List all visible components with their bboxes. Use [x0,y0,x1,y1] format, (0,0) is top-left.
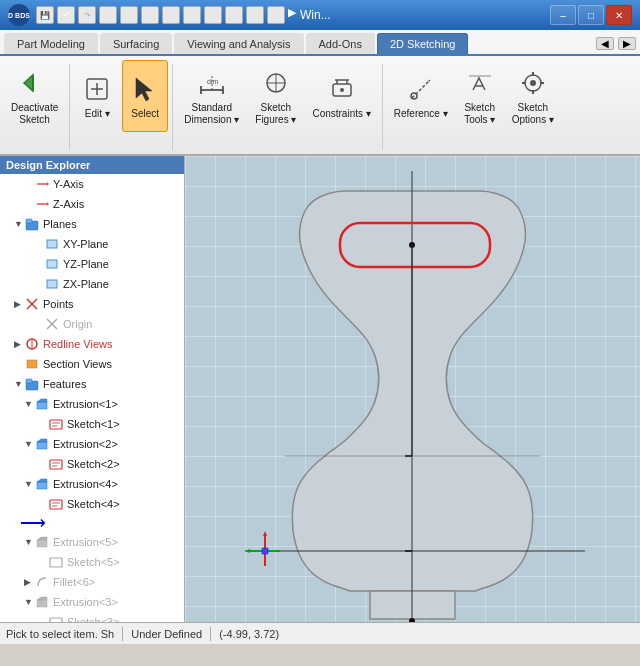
fillet-icon [34,574,50,590]
save-button[interactable]: 💾 [36,6,54,24]
current-position-indicator: ⟶ [0,514,184,532]
standard-dimension-button[interactable]: dim StandardDimension ▾ [177,60,246,132]
svg-rect-35 [47,240,57,248]
close-button[interactable]: ✕ [606,5,632,25]
redo-button[interactable]: ↷ [78,6,96,24]
sketch-options-button[interactable]: SketchOptions ▾ [505,60,561,132]
tree-item-yaxis[interactable]: Y-Axis [0,174,184,194]
canvas-viewport[interactable] [185,156,640,622]
tree-item-extrusion3[interactable]: ▼ Extrusion<3> [0,592,184,612]
tree-item-fillet6[interactable]: ▶ Fillet<6> [0,572,184,592]
toolbar-icon-2 [120,6,138,24]
maximize-button[interactable]: □ [578,5,604,25]
tree-item-extrusion5[interactable]: ▼ Extrusion<5> [0,532,184,552]
sketch-tools-button[interactable]: SketchTools ▾ [457,60,503,132]
tree-label: Sketch<5> [67,556,120,568]
tab-left-button[interactable]: ◀ [596,37,614,50]
deactivate-label: DeactivateSketch [11,102,58,126]
tree-item-sketch4[interactable]: Sketch<4> [0,494,184,514]
sketch-shape [185,161,640,622]
svg-point-17 [340,88,344,92]
svg-point-24 [530,80,536,86]
dimension-icon: dim [196,67,228,99]
tree-item-sketch2[interactable]: Sketch<2> [0,454,184,474]
status-bar: Pick to select item. Sh Under Defined (-… [0,622,640,644]
tree-item-extrusion4[interactable]: ▼ Extrusion<4> [0,474,184,494]
svg-marker-63 [37,537,47,540]
tree-label: Y-Axis [53,178,84,190]
tab-sketching[interactable]: 2D Sketching [377,33,468,54]
tree-item-features[interactable]: ▼ Features [0,374,184,394]
tree-item-yzplane[interactable]: YZ-Plane [0,254,184,274]
tab-viewing[interactable]: Viewing and Analysis [174,33,303,54]
expand-icon [34,279,44,289]
svg-marker-4 [136,78,152,101]
tree-label: Sketch<4> [67,498,120,510]
status-message: Pick to select item. Sh [6,628,114,640]
extrusion-icon [34,534,50,550]
sidebar-tree: Y-Axis Z-Axis ▼ [0,174,184,622]
extrusion-icon [34,436,50,452]
svg-rect-83 [262,548,268,554]
svg-rect-54 [50,460,62,469]
tree-item-sketch1[interactable]: Sketch<1> [0,414,184,434]
tree-label: Points [43,298,74,310]
select-button[interactable]: Select [122,60,168,132]
svg-line-18 [412,80,430,98]
tree-item-redline[interactable]: ▶ Redline Views [0,334,184,354]
tree-label: Origin [63,318,92,330]
svg-rect-37 [47,280,57,288]
tree-item-points[interactable]: ▶ Points [0,294,184,314]
toolbar-icon-9 [267,6,285,24]
tab-part-modeling[interactable]: Part Modeling [4,33,98,54]
dimension-label: StandardDimension ▾ [184,102,239,126]
svg-rect-46 [26,379,32,383]
expand-icon: ▼ [24,597,34,607]
tree-label: ZX-Plane [63,278,109,290]
toolbar-icon-5 [183,6,201,24]
svg-rect-52 [37,442,47,449]
svg-rect-49 [50,420,62,429]
expand-icon: ▼ [24,479,34,489]
tree-item-sketch5[interactable]: Sketch<5> [0,552,184,572]
reference-button[interactable]: Reference ▾ [387,60,455,132]
extrusion-icon [34,476,50,492]
svg-rect-59 [50,500,62,509]
tree-label: Sketch<3> [67,616,120,622]
tree-label: Planes [43,218,77,230]
tree-item-section[interactable]: Section Views [0,354,184,374]
svg-rect-47 [37,402,47,409]
reference-label: Reference ▾ [394,108,448,120]
tree-item-extrusion1[interactable]: ▼ Extrusion<1> [0,394,184,414]
deactivate-icon [19,67,51,99]
tree-item-xyplane[interactable]: XY-Plane [0,234,184,254]
tree-label: Sketch<1> [67,418,120,430]
sketch-icon [48,456,64,472]
svg-rect-36 [47,260,57,268]
tree-item-zxplane[interactable]: ZX-Plane [0,274,184,294]
tab-addons[interactable]: Add-Ons [306,33,375,54]
undo-button[interactable]: ↶ [57,6,75,24]
tab-surfacing[interactable]: Surfacing [100,33,172,54]
tree-item-origin[interactable]: Origin [0,314,184,334]
edit-label: Edit ▾ [85,108,110,120]
tree-item-sketch3[interactable]: Sketch<3> [0,612,184,622]
expand-icon: ▶ [14,299,24,309]
expand-icon [38,499,48,509]
minimize-button[interactable]: – [550,5,576,25]
ribbon-sep-2 [172,64,173,150]
plane-icon [44,276,60,292]
svg-rect-34 [26,219,32,223]
tab-right-button[interactable]: ▶ [618,37,636,50]
sketch-figures-button[interactable]: SketchFigures ▾ [248,60,303,132]
expand-icon [34,239,44,249]
constraints-button[interactable]: Constraints ▾ [305,60,377,132]
tree-item-extrusion2[interactable]: ▼ Extrusion<2> [0,434,184,454]
svg-marker-66 [37,597,47,600]
main-area: Design Explorer Y-Axis [0,156,640,622]
deactivate-sketch-button[interactable]: DeactivateSketch [4,60,65,132]
tree-item-planes[interactable]: ▼ Planes [0,214,184,234]
edit-button[interactable]: Edit ▾ [74,60,120,132]
tree-item-zaxis[interactable]: Z-Axis [0,194,184,214]
tree-label: Z-Axis [53,198,84,210]
